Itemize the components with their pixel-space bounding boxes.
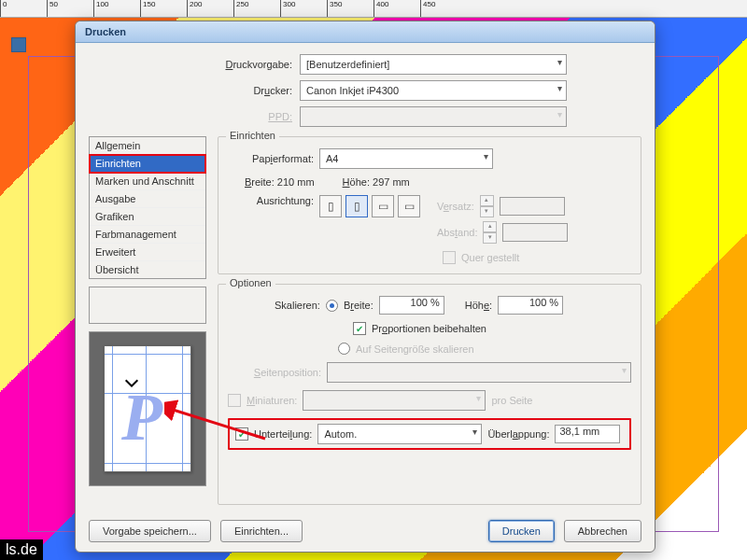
keep-proportions-checkbox[interactable]: ✔	[353, 322, 366, 335]
scale-to-page-label: Auf Seitengröße skalieren	[356, 343, 474, 355]
section-item-color[interactable]: Farbmanagement	[90, 226, 205, 244]
cancel-button[interactable]: Abbrechen	[564, 520, 641, 542]
offset-input	[500, 197, 565, 216]
panel-toggle-icon[interactable]	[11, 37, 26, 52]
dialog-buttons: Vorgabe speichern... Einrichten... Druck…	[89, 514, 641, 542]
offset-label: Versatz:	[437, 201, 474, 212]
overlap-label: Überlappung:	[487, 428, 549, 440]
ppd-select	[300, 106, 567, 127]
width-readout: Breite: 210 mm	[245, 176, 315, 188]
setup-fieldset: Einrichten Papierformat: A4 Breite: 210 …	[218, 136, 641, 274]
keep-proportions-label: Proportionen beibehalten	[372, 323, 486, 334]
ppd-label: PPD:	[89, 111, 292, 122]
options-title: Optionen	[226, 277, 275, 288]
printer-select[interactable]: Canon Inkjet iP4300	[300, 80, 567, 101]
section-item-general[interactable]: Allgemein	[90, 137, 205, 155]
preset-label: Druckvorgabe:	[89, 59, 292, 70]
tiling-checkbox[interactable]: ✔	[235, 427, 248, 441]
transverse-label: Quer gestellt	[461, 252, 519, 263]
section-item-setup[interactable]: Einrichten	[90, 155, 205, 173]
print-dialog: Drucken Druckvorgabe: [Benutzerdefiniert…	[75, 21, 655, 553]
section-item-output[interactable]: Ausgabe	[90, 190, 205, 208]
options-fieldset: Optionen Skalieren: Breite: 100 % Höhe: …	[218, 284, 641, 505]
orientation-landscape-icon[interactable]: ▭	[372, 195, 394, 217]
page-position-label: Seitenposition:	[228, 367, 321, 378]
orientation-portrait-flip-icon[interactable]: ▯	[345, 195, 368, 217]
print-button[interactable]: Drucken	[488, 520, 555, 542]
per-page-label: pro Seite	[491, 395, 532, 406]
dialog-title: Drucken	[85, 26, 126, 37]
paperformat-select[interactable]: A4	[319, 148, 493, 169]
transverse-checkbox	[443, 251, 456, 264]
section-item-graphics[interactable]: Grafiken	[90, 208, 205, 226]
page-position-select	[327, 362, 631, 383]
scale-width-radio[interactable]	[326, 300, 338, 312]
tiling-select[interactable]: Autom.	[317, 424, 482, 444]
gap-label: Abstand:	[437, 227, 477, 238]
scale-to-page-radio[interactable]	[338, 343, 350, 355]
thumbnails-checkbox	[228, 394, 241, 407]
watermark-label: ls.de	[0, 539, 43, 560]
orientation-portrait-icon[interactable]: ▯	[319, 195, 342, 217]
section-item-summary[interactable]: Übersicht	[90, 261, 205, 278]
ruler-horizontal: 050100150200250300350400450	[0, 0, 747, 18]
preset-select[interactable]: [Benutzerdefiniert]	[300, 54, 567, 75]
scale-height-label: Höhe:	[465, 300, 492, 311]
scale-width-label: Breite:	[344, 300, 374, 311]
scale-width-input[interactable]: 100 %	[379, 296, 444, 315]
section-item-advanced[interactable]: Erweitert	[90, 244, 205, 261]
scale-label: Skalieren:	[275, 300, 320, 311]
save-preset-button[interactable]: Vorgabe speichern...	[89, 520, 211, 542]
orientation-label: Ausrichtung:	[228, 195, 314, 206]
paperformat-label: Papierformat:	[228, 153, 314, 164]
tiling-row-highlight: ✔ Unterteilung: Autom. Überlappung: 38,1…	[228, 418, 631, 450]
section-item-marks[interactable]: Marken und Anschnitt	[90, 173, 205, 190]
thumbnails-select	[303, 390, 486, 411]
overlap-input[interactable]: 38,1 mm	[555, 425, 620, 443]
page-setup-button[interactable]: Einrichten...	[220, 520, 303, 542]
setup-title: Einrichten	[226, 130, 279, 141]
thumbnails-label: Miniaturen:	[247, 395, 297, 406]
page-preview: P	[89, 331, 206, 486]
preview-page: P	[104, 345, 191, 472]
tiling-label: Unterteilung:	[254, 428, 312, 440]
gap-input	[502, 223, 568, 242]
orientation-landscape-flip-icon[interactable]: ▭	[398, 195, 420, 217]
dialog-titlebar: Drucken	[76, 21, 655, 43]
scale-height-input[interactable]: 100 %	[498, 296, 563, 315]
printer-label: Drucker:	[89, 85, 292, 96]
height-readout: Höhe: 297 mm	[343, 176, 410, 188]
section-list[interactable]: Allgemein Einrichten Marken und Anschnit…	[89, 136, 206, 279]
section-description	[89, 287, 206, 324]
